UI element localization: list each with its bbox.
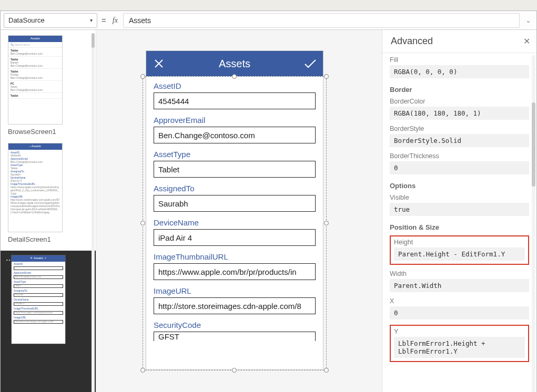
formula-expand-chevron[interactable]: ⌄ bbox=[523, 16, 533, 24]
screen-label: BrowseScreen1 bbox=[8, 128, 88, 136]
advanced-panel: Advanced ✕ Fill RGBA(0, 0, 0, 0) Border … bbox=[382, 30, 536, 392]
resize-handle[interactable] bbox=[140, 221, 145, 225]
field-devicename: DeviceName iPad Air 4 bbox=[154, 218, 316, 246]
prop-label-bordercolor: BorderColor bbox=[390, 98, 529, 105]
formula-bar: DataSource ▾ = fx Assets ⌄ bbox=[1, 11, 536, 30]
screens-panel: Assets 🔍 Search items TabletBen.Change@c… bbox=[1, 30, 96, 392]
group-options: Options bbox=[390, 182, 529, 190]
advanced-header: Advanced ✕ bbox=[382, 30, 536, 53]
input-approveremail[interactable]: Ben.Change@contoso.com bbox=[154, 127, 316, 143]
app-frame: DataSource ▾ = fx Assets ⌄ Assets 🔍 Sear… bbox=[0, 11, 537, 392]
field-assetid: AssetID 4545444 bbox=[154, 81, 316, 109]
input-securitycode[interactable]: GFST bbox=[154, 332, 316, 341]
prop-value-bordercolor[interactable]: RGBA(180, 180, 180, 1) bbox=[390, 107, 529, 120]
phone-preview: Assets AssetID 4545444 ApproverEmail Ben… bbox=[146, 51, 323, 369]
input-imageurl[interactable]: http://store.storeimages.cdn-apple.com/8 bbox=[154, 297, 316, 314]
prop-label-y: Y bbox=[394, 328, 525, 335]
advanced-title: Advanced bbox=[391, 36, 433, 47]
group-position-size: Position & Size bbox=[390, 223, 529, 231]
phone-header: Assets bbox=[146, 51, 323, 76]
prop-value-height[interactable]: Parent.Height - EditForm1.Y bbox=[394, 247, 525, 261]
resize-handle[interactable] bbox=[140, 368, 145, 373]
phone-title: Assets bbox=[219, 58, 250, 70]
screen-thumb-browse[interactable]: Assets 🔍 Search items TabletBen.Change@c… bbox=[8, 35, 88, 136]
prop-label-height: Height bbox=[394, 239, 525, 246]
prop-label-borderthickness: BorderThickness bbox=[390, 152, 529, 160]
property-selector-label: DataSource bbox=[8, 16, 45, 24]
input-imagethumb[interactable]: https://www.apple.com/br/pr/products/in bbox=[154, 263, 316, 280]
screen-thumb-detail[interactable]: ‹ Assets AssetID4545444 ApproverEmailBen… bbox=[8, 143, 88, 243]
mini-title: Assets bbox=[31, 37, 40, 40]
input-assignedto[interactable]: Saurabh bbox=[154, 195, 316, 212]
formula-input[interactable]: Assets bbox=[123, 13, 520, 28]
screen-label: DetailScreen1 bbox=[8, 235, 88, 243]
resize-handle[interactable] bbox=[324, 221, 329, 225]
input-devicename[interactable]: iPad Air 4 bbox=[154, 229, 316, 246]
field-securitycode: SecurityCode GFST bbox=[154, 321, 316, 341]
field-imagethumb: ImageThumbnailURL https://www.apple.com/… bbox=[154, 252, 316, 280]
advanced-scrollbar[interactable] bbox=[532, 55, 535, 392]
check-icon[interactable] bbox=[298, 51, 323, 76]
highlighted-property-height: Height Parent.Height - EditForm1.Y bbox=[390, 235, 529, 265]
property-selector[interactable]: DataSource ▾ bbox=[4, 13, 97, 28]
close-icon[interactable]: ✕ bbox=[523, 36, 530, 46]
screen-thumb-edit-selected[interactable]: ⋯ ✕ Assets ✓ AssetID ApproverEmailBen.Ch… bbox=[1, 251, 96, 392]
prop-label-width: Width bbox=[390, 270, 529, 277]
group-border: Border bbox=[390, 86, 529, 94]
prop-label-x: X bbox=[390, 297, 529, 305]
close-icon[interactable] bbox=[146, 51, 171, 76]
prop-value-fill[interactable]: RGBA(0, 0, 0, 0) bbox=[390, 65, 529, 78]
resize-handle[interactable] bbox=[324, 368, 329, 373]
equals-sign: = bbox=[100, 16, 107, 25]
formula-text: Assets bbox=[129, 16, 151, 25]
fx-icon[interactable]: fx bbox=[110, 16, 120, 25]
prop-value-borderthickness[interactable]: 0 bbox=[390, 161, 529, 174]
prop-value-width[interactable]: Parent.Width bbox=[390, 279, 529, 292]
canvas-area[interactable]: Assets AssetID 4545444 ApproverEmail Ben… bbox=[96, 30, 382, 392]
prop-label-fill: Fill bbox=[390, 56, 529, 64]
prop-value-borderstyle[interactable]: BorderStyle.Solid bbox=[390, 134, 529, 147]
prop-value-visible[interactable]: true bbox=[390, 203, 529, 216]
prop-value-y[interactable]: LblFormError1.Height + LblFormError1.Y bbox=[394, 337, 525, 358]
field-assignedto: AssignedTo Saurabh bbox=[154, 184, 316, 212]
resize-handle[interactable] bbox=[324, 74, 329, 79]
prop-label-borderstyle: BorderStyle bbox=[390, 125, 529, 132]
highlighted-property-y: Y LblFormError1.Height + LblFormError1.Y bbox=[390, 325, 529, 362]
resize-handle[interactable] bbox=[140, 74, 145, 79]
field-imageurl: ImageURL http://store.storeimages.cdn-ap… bbox=[154, 286, 316, 314]
input-assettype[interactable]: Tablet bbox=[154, 161, 316, 178]
chevron-down-icon: ▾ bbox=[90, 17, 93, 23]
edit-form[interactable]: AssetID 4545444 ApproverEmail Ben.Change… bbox=[146, 76, 323, 346]
field-assettype: AssetType Tablet bbox=[154, 150, 316, 178]
prop-value-x[interactable]: 0 bbox=[390, 306, 529, 319]
field-approveremail: ApproverEmail Ben.Change@contoso.com bbox=[154, 116, 316, 143]
prop-label-visible: Visible bbox=[390, 194, 529, 201]
thumbnails-scrollbar[interactable] bbox=[92, 33, 95, 392]
input-assetid[interactable]: 4545444 bbox=[154, 92, 316, 109]
